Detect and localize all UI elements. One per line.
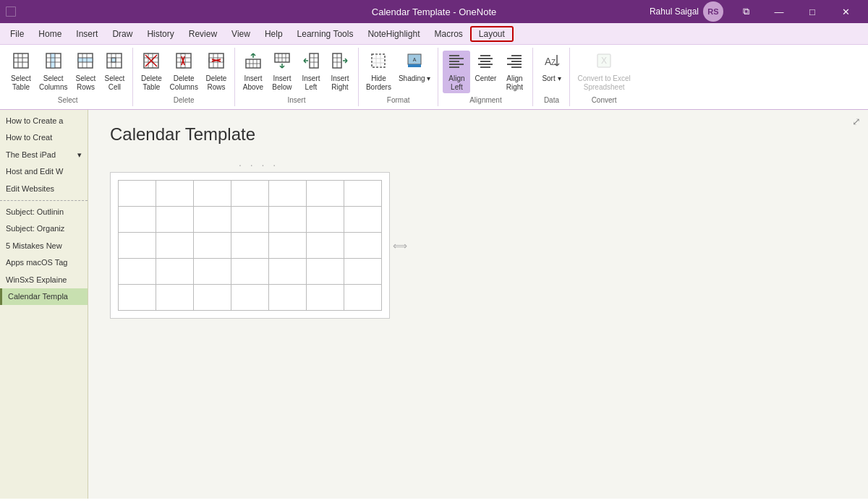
table-cell[interactable]	[231, 233, 269, 259]
table-cell[interactable]	[156, 207, 194, 233]
menu-history[interactable]: History	[140, 26, 181, 42]
center-button[interactable]: Center	[472, 51, 499, 85]
table-cell[interactable]	[344, 259, 382, 285]
table-cell[interactable]	[307, 181, 344, 207]
table-top-handle[interactable]: · · · ·	[110, 159, 407, 171]
ribbon: SelectTable SelectColumns SelectRows	[0, 45, 868, 110]
sidebar-item-edit-websites[interactable]: Edit Websites	[0, 181, 88, 197]
menu-home[interactable]: Home	[31, 26, 69, 42]
table-cell[interactable]	[344, 233, 382, 259]
sidebar-item-host-edit[interactable]: Host and Edit W	[0, 163, 88, 180]
hide-borders-button[interactable]: HideBorders	[363, 51, 394, 93]
table-cell[interactable]	[119, 207, 156, 233]
expand-icon[interactable]: ⤢	[852, 116, 861, 127]
maximize-button[interactable]: □	[796, 0, 829, 23]
table-cell[interactable]	[194, 207, 231, 233]
select-rows-icon	[77, 52, 94, 73]
insert-above-button[interactable]: InsertAbove	[239, 51, 267, 93]
ribbon-group-delete: DeleteTable DeleteColumns DeleteRows Del…	[133, 48, 234, 106]
delete-columns-button[interactable]: DeleteColumns	[166, 51, 200, 93]
menu-view[interactable]: View	[224, 26, 258, 42]
align-left-button[interactable]: AlignLeft	[443, 51, 470, 93]
table-cell[interactable]	[156, 233, 194, 259]
menu-layout[interactable]: Layout	[470, 26, 514, 42]
table-cell[interactable]	[269, 285, 307, 311]
table-cell[interactable]	[119, 259, 156, 285]
insert-right-label: InsertRight	[331, 74, 349, 92]
delete-columns-label: DeleteColumns	[169, 74, 197, 92]
insert-below-button[interactable]: InsertBelow	[268, 51, 296, 93]
table-cell[interactable]	[344, 207, 382, 233]
table-cell[interactable]	[231, 259, 269, 285]
sort-button[interactable]: AZ Sort ▾	[537, 51, 565, 85]
sidebar-item-how-create[interactable]: How to Create a	[0, 113, 88, 129]
menu-file[interactable]: File	[3, 26, 31, 42]
menu-learning-tools[interactable]: Learning Tools	[290, 26, 361, 42]
sidebar-item-subject-organiz[interactable]: Subject: Organiz	[0, 220, 88, 237]
table-cell[interactable]	[269, 259, 307, 285]
table-cell[interactable]	[344, 181, 382, 207]
menu-draw[interactable]: Draw	[105, 26, 140, 42]
table-cell[interactable]	[307, 259, 344, 285]
app-title: Calendar Template - OneNote	[372, 7, 496, 17]
table-cell[interactable]	[156, 285, 194, 311]
table-cell[interactable]	[344, 285, 382, 311]
restore-button[interactable]: ⧉	[729, 0, 762, 23]
align-right-button[interactable]: AlignRight	[501, 51, 528, 93]
table-cell[interactable]	[119, 285, 156, 311]
select-cell-button[interactable]: SelectCell	[101, 51, 128, 93]
sidebar-item-calendar[interactable]: Calendar Templa	[0, 288, 88, 305]
table-cell[interactable]	[231, 207, 269, 233]
shading-button[interactable]: A Shading ▾	[396, 51, 433, 85]
select-columns-button[interactable]: SelectColumns	[36, 51, 70, 93]
table-right-handle[interactable]: ⟺	[393, 240, 407, 252]
table-cell[interactable]	[269, 233, 307, 259]
table-cell[interactable]	[194, 285, 231, 311]
select-table-icon	[12, 52, 30, 73]
convert-excel-button[interactable]: X Convert to ExcelSpreadsheet	[574, 51, 633, 93]
sidebar-item-best-ipad-label: The Best iPad	[6, 150, 56, 160]
sidebar-item-best-ipad[interactable]: The Best iPad ▾	[0, 147, 88, 163]
close-button[interactable]: ✕	[829, 0, 862, 23]
delete-table-button[interactable]: DeleteTable	[137, 51, 165, 93]
table-cell[interactable]	[307, 207, 344, 233]
menu-review[interactable]: Review	[182, 26, 224, 42]
table-cell[interactable]	[231, 285, 269, 311]
table-cell[interactable]	[194, 259, 231, 285]
table-cell[interactable]	[307, 233, 344, 259]
table-cell[interactable]	[269, 181, 307, 207]
hide-borders-icon	[370, 52, 387, 73]
table-cell[interactable]	[119, 181, 156, 207]
user-info[interactable]: Rahul Saigal RS	[650, 1, 723, 22]
insert-right-button[interactable]: InsertRight	[326, 51, 354, 93]
table-cell[interactable]	[194, 233, 231, 259]
table-cell[interactable]	[307, 285, 344, 311]
table-cell[interactable]	[269, 207, 307, 233]
table-cell[interactable]	[194, 181, 231, 207]
select-cell-label: SelectCell	[105, 74, 125, 92]
select-rows-button[interactable]: SelectRows	[72, 51, 99, 93]
menu-insert[interactable]: Insert	[69, 26, 105, 42]
svg-text:Z: Z	[551, 59, 556, 66]
table-cell[interactable]	[156, 181, 194, 207]
svg-rect-85	[480, 66, 490, 68]
sidebar-item-winsxs[interactable]: WinSxS Explaine	[0, 272, 88, 288]
sidebar-item-apps-macos[interactable]: Apps macOS Tag	[0, 254, 88, 271]
sidebar-item-how-creat[interactable]: How to Creat	[0, 129, 88, 146]
select-table-button[interactable]: SelectTable	[7, 51, 35, 93]
sidebar-item-five-mistakes[interactable]: 5 Mistakes New	[0, 238, 88, 254]
minimize-button[interactable]: —	[762, 0, 796, 23]
table-cell[interactable]	[119, 233, 156, 259]
sidebar-item-subject-outline[interactable]: Subject: Outlinin	[0, 204, 88, 220]
menu-macros[interactable]: Macros	[427, 26, 469, 42]
sort-icon: AZ	[542, 52, 560, 73]
table-cell[interactable]	[156, 259, 194, 285]
sidebar-divider	[0, 200, 88, 201]
select-table-label: SelectTable	[11, 74, 31, 92]
table-cell[interactable]	[231, 181, 269, 207]
menu-help[interactable]: Help	[258, 26, 290, 42]
delete-columns-icon	[175, 52, 192, 73]
menu-notehighlight[interactable]: NoteHighlight	[360, 26, 427, 42]
delete-rows-button[interactable]: DeleteRows	[203, 51, 230, 93]
insert-left-button[interactable]: InsertLeft	[297, 51, 325, 93]
